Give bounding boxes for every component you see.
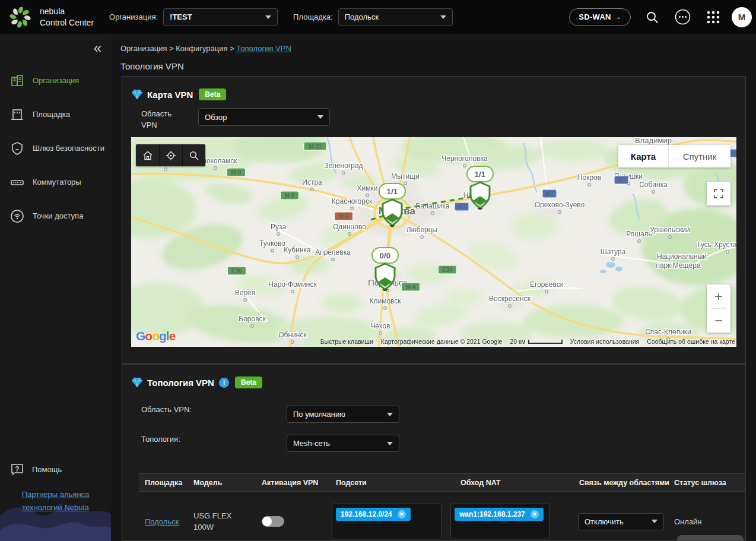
more-icon[interactable]: [675, 9, 691, 25]
area-link-select[interactable]: Отключить: [578, 513, 664, 530]
table-header-row: Площадка Модель Активация VPN Подсети Об…: [139, 473, 746, 492]
breadcrumb-link-vpn-topology[interactable]: Топология VPN: [236, 44, 291, 53]
city-label: Кубинка: [284, 246, 311, 254]
road-badge: М7: [458, 204, 466, 210]
info-icon[interactable]: i: [219, 378, 229, 388]
zoom-in-button[interactable]: +: [707, 284, 730, 308]
sidebar-item-organization[interactable]: Организация: [0, 64, 111, 97]
sidebar-item-switches[interactable]: Коммутаторы: [0, 165, 111, 199]
google-map[interactable]: ВладимирШаховскаяВолоколамскИстраЗеленог…: [131, 137, 736, 347]
help-item[interactable]: ? Помощь: [9, 461, 62, 477]
city-label: Люберцы: [406, 226, 437, 234]
topology-type-label: Топология:: [141, 435, 180, 444]
city-label: Зеленоград: [324, 162, 363, 170]
city-label: Чехов: [370, 322, 390, 330]
road-badge: М-9: [231, 169, 242, 176]
city-label: Владимир: [635, 137, 672, 145]
remove-nat-icon[interactable]: ✕: [531, 510, 539, 518]
city-label: Красногорск: [332, 197, 373, 205]
vpn-scope-select[interactable]: Обзор: [198, 108, 330, 126]
sidebar-item-security-gateway[interactable]: Шлюз безопасности: [0, 131, 111, 165]
road-badge: Е30: [231, 268, 242, 274]
col-gateway-status: Статус шлюза: [668, 474, 746, 491]
fullscreen-button[interactable]: [707, 182, 730, 205]
city-label: Егорьевск: [530, 280, 564, 289]
terms-link[interactable]: Условия использования: [570, 338, 640, 345]
city-label: Воскресенск: [489, 295, 531, 303]
main-content: Организация > Конфигурация > Топология V…: [111, 34, 756, 541]
city-label: Рошаль: [626, 230, 652, 238]
org-select[interactable]: !TEST: [163, 8, 278, 26]
topology-panel-title: Топология VPN: [147, 378, 214, 388]
beta-badge: Beta: [235, 377, 262, 388]
city-label: Спас-Клепики: [645, 328, 691, 336]
sidebar-item-site[interactable]: Площадка: [0, 97, 111, 131]
sdwan-button[interactable]: SD-WAN →: [569, 8, 631, 26]
app-header: nebula Control Center Организация: !TEST…: [0, 0, 756, 34]
map-panel-title: Карта VPN: [147, 90, 193, 100]
brand-name: nebula Control Center: [40, 6, 94, 27]
cutoff-element: [677, 535, 744, 541]
site-select[interactable]: Подольск: [338, 8, 453, 26]
vpn-toggle[interactable]: [262, 516, 284, 527]
city-label: Наро-Фоминск: [268, 280, 317, 289]
city-label: Орехово-Зуево: [535, 201, 585, 209]
organization-icon: [9, 73, 25, 88]
help-icon: ?: [9, 461, 25, 477]
vpn-map-panel: Карта VPN Beta Область VPN Обзор: [122, 76, 746, 364]
map-type-map-button[interactable]: Карта: [618, 145, 668, 167]
search-icon[interactable]: [645, 10, 659, 24]
city-label: Верея: [235, 289, 256, 297]
collapse-sidebar-button[interactable]: «: [94, 41, 101, 55]
subnet-chip: 192.168.12.0/24✕: [336, 508, 411, 521]
vpn-scope-label: Область VPN: [141, 109, 183, 131]
marker-count-label: 1/1: [387, 187, 398, 196]
map-locate-button[interactable]: [159, 144, 182, 166]
site-icon: [9, 107, 25, 122]
topology-type-select[interactable]: Mesh-сеть: [287, 435, 399, 452]
city-label: Покров: [577, 173, 601, 182]
report-error-link[interactable]: Сообщить об ошибке на карте: [647, 338, 735, 345]
map-toolbar: [136, 144, 205, 166]
map-data-label: Картографические данные © 2021 Google: [381, 338, 503, 345]
table-row: Подольск USG FLEX 100W 192.168.12.0/24✕ …: [139, 492, 746, 541]
col-site: Площадка: [139, 474, 188, 491]
city-label: Мытищи: [391, 172, 419, 181]
scale-bar: [528, 340, 563, 344]
city-label: Одинцово: [333, 223, 366, 231]
topology-scope-label: Область VPN:: [141, 405, 192, 414]
topology-scope-select[interactable]: По умолчанию: [287, 406, 399, 423]
scale-label: 20 км: [510, 338, 525, 345]
sidebar-item-access-points[interactable]: Точки доступа: [0, 199, 111, 233]
road-badge: М-4: [405, 284, 416, 290]
breadcrumb: Организация > Конфигурация > Топология V…: [120, 44, 291, 53]
remove-subnet-icon[interactable]: ✕: [398, 510, 406, 518]
nebula-logo: [8, 5, 33, 30]
site-label: Площадка:: [293, 12, 333, 21]
marker-count-label: 0/0: [380, 251, 391, 260]
marker-count-label: 1/1: [475, 170, 486, 179]
gateway-status: Онлайн: [668, 492, 746, 541]
page-title: Топология VPN: [120, 61, 184, 71]
model-cell: USG FLEX 100W: [193, 510, 241, 533]
map-type-satellite-button[interactable]: Спутник: [668, 145, 730, 167]
sidebar: « Организация Площадка Шлюз безопасности…: [0, 34, 111, 541]
zoom-out-button[interactable]: −: [707, 309, 730, 333]
svg-text:?: ?: [15, 465, 19, 473]
col-model: Модель: [188, 474, 256, 491]
site-link[interactable]: Подольск: [145, 517, 179, 526]
org-label: Организация:: [109, 12, 158, 21]
apps-grid-icon[interactable]: [706, 10, 720, 24]
city-label: Шатура: [601, 248, 626, 256]
city-label: Уршельский: [650, 226, 690, 234]
avatar[interactable]: M: [732, 7, 752, 27]
beta-badge: Beta: [199, 88, 226, 100]
city-label: Климовск: [369, 297, 401, 305]
map-search-button[interactable]: [182, 144, 205, 166]
road-badge: Е30: [442, 267, 453, 273]
partner-link[interactable]: Партнеры альянса технологий Nebula: [0, 488, 111, 514]
map-home-button[interactable]: [136, 144, 159, 166]
shortcuts-link[interactable]: Быстрые клавиши: [320, 338, 373, 345]
subnet-box: 192.168.12.0/24✕: [332, 504, 441, 539]
vpn-topology-panel: Топология VPN i Beta Область VPN: По умо…: [122, 364, 746, 541]
